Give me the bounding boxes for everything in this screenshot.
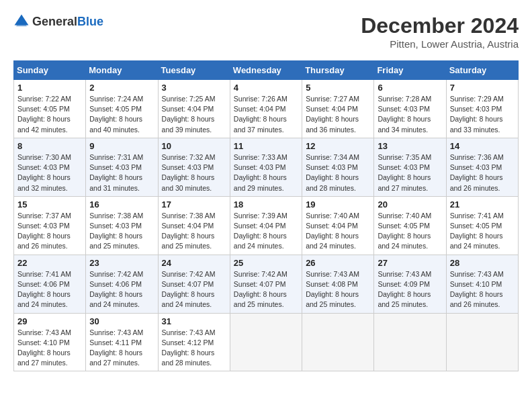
day-number: 17 bbox=[162, 199, 226, 210]
day-info: Sunrise: 7:30 AMSunset: 4:03 PMDaylight:… bbox=[17, 153, 71, 192]
calendar-row: 1 Sunrise: 7:22 AMSunset: 4:05 PMDayligh… bbox=[14, 80, 519, 138]
day-number: 16 bbox=[89, 199, 154, 210]
table-cell: 6 Sunrise: 7:28 AMSunset: 4:03 PMDayligh… bbox=[374, 80, 446, 138]
day-number: 11 bbox=[234, 141, 298, 151]
logo-icon bbox=[13, 13, 30, 30]
day-info: Sunrise: 7:39 AMSunset: 4:04 PMDaylight:… bbox=[234, 212, 287, 250]
day-info: Sunrise: 7:37 AMSunset: 4:03 PMDaylight:… bbox=[17, 212, 71, 250]
day-number: 31 bbox=[162, 316, 226, 326]
day-info: Sunrise: 7:35 AMSunset: 4:03 PMDaylight:… bbox=[378, 153, 431, 192]
day-info: Sunrise: 7:25 AMSunset: 4:04 PMDaylight:… bbox=[162, 95, 216, 134]
day-info: Sunrise: 7:26 AMSunset: 4:04 PMDaylight:… bbox=[234, 95, 287, 134]
table-cell: 25 Sunrise: 7:42 AMSunset: 4:07 PMDaylig… bbox=[230, 255, 302, 313]
table-cell: 17 Sunrise: 7:38 AMSunset: 4:04 PMDaylig… bbox=[158, 196, 230, 255]
day-info: Sunrise: 7:31 AMSunset: 4:03 PMDaylight:… bbox=[89, 153, 143, 192]
day-number: 4 bbox=[234, 83, 298, 93]
table-cell: 16 Sunrise: 7:38 AMSunset: 4:03 PMDaylig… bbox=[86, 196, 158, 255]
table-cell: 22 Sunrise: 7:41 AMSunset: 4:06 PMDaylig… bbox=[14, 255, 86, 313]
day-number: 27 bbox=[378, 258, 442, 268]
day-number: 10 bbox=[162, 141, 226, 151]
day-info: Sunrise: 7:24 AMSunset: 4:05 PMDaylight:… bbox=[89, 95, 143, 134]
day-info: Sunrise: 7:41 AMSunset: 4:05 PMDaylight:… bbox=[450, 212, 504, 250]
day-info: Sunrise: 7:22 AMSunset: 4:05 PMDaylight:… bbox=[17, 95, 71, 134]
day-number: 25 bbox=[234, 258, 298, 268]
day-number: 18 bbox=[234, 199, 298, 210]
day-number: 21 bbox=[450, 199, 515, 210]
day-number: 26 bbox=[306, 258, 370, 268]
day-number: 2 bbox=[89, 83, 154, 93]
header-tuesday: Tuesday bbox=[158, 61, 230, 80]
day-number: 20 bbox=[378, 199, 442, 210]
table-cell: 10 Sunrise: 7:32 AMSunset: 4:03 PMDaylig… bbox=[158, 138, 230, 196]
day-number: 12 bbox=[306, 141, 370, 151]
header-friday: Friday bbox=[374, 61, 446, 80]
table-cell: 24 Sunrise: 7:42 AMSunset: 4:07 PMDaylig… bbox=[158, 255, 230, 313]
calendar-row: 29 Sunrise: 7:43 AMSunset: 4:10 PMDaylig… bbox=[14, 313, 519, 371]
day-number: 14 bbox=[450, 141, 515, 151]
day-info: Sunrise: 7:29 AMSunset: 4:03 PMDaylight:… bbox=[450, 95, 504, 134]
day-number: 23 bbox=[89, 258, 154, 268]
table-cell: 26 Sunrise: 7:43 AMSunset: 4:08 PMDaylig… bbox=[302, 255, 374, 313]
day-number: 5 bbox=[306, 83, 370, 93]
header-thursday: Thursday bbox=[302, 61, 374, 80]
day-number: 24 bbox=[162, 258, 226, 268]
day-info: Sunrise: 7:42 AMSunset: 4:06 PMDaylight:… bbox=[89, 270, 143, 309]
table-cell: 11 Sunrise: 7:33 AMSunset: 4:03 PMDaylig… bbox=[230, 138, 302, 196]
day-info: Sunrise: 7:43 AMSunset: 4:10 PMDaylight:… bbox=[450, 270, 504, 309]
day-info: Sunrise: 7:38 AMSunset: 4:04 PMDaylight:… bbox=[162, 212, 216, 250]
table-cell: 21 Sunrise: 7:41 AMSunset: 4:05 PMDaylig… bbox=[446, 196, 518, 255]
day-number: 1 bbox=[17, 83, 82, 93]
day-number: 3 bbox=[162, 83, 226, 93]
day-info: Sunrise: 7:43 AMSunset: 4:11 PMDaylight:… bbox=[89, 328, 143, 367]
day-number: 7 bbox=[450, 83, 515, 93]
table-cell bbox=[446, 313, 518, 371]
day-number: 8 bbox=[17, 141, 82, 151]
month-title: December 2024 bbox=[361, 13, 519, 38]
day-info: Sunrise: 7:43 AMSunset: 4:10 PMDaylight:… bbox=[17, 328, 71, 367]
table-cell: 1 Sunrise: 7:22 AMSunset: 4:05 PMDayligh… bbox=[14, 80, 86, 138]
day-number: 9 bbox=[89, 141, 154, 151]
day-number: 29 bbox=[17, 316, 82, 326]
day-info: Sunrise: 7:42 AMSunset: 4:07 PMDaylight:… bbox=[162, 270, 216, 309]
table-cell: 12 Sunrise: 7:34 AMSunset: 4:03 PMDaylig… bbox=[302, 138, 374, 196]
table-cell: 15 Sunrise: 7:37 AMSunset: 4:03 PMDaylig… bbox=[14, 196, 86, 255]
header-sunday: Sunday bbox=[14, 61, 86, 80]
calendar-row: 15 Sunrise: 7:37 AMSunset: 4:03 PMDaylig… bbox=[14, 196, 519, 255]
day-number: 28 bbox=[450, 258, 515, 268]
day-number: 6 bbox=[378, 83, 442, 93]
weekday-header-row: Sunday Monday Tuesday Wednesday Thursday… bbox=[14, 61, 519, 80]
day-info: Sunrise: 7:40 AMSunset: 4:05 PMDaylight:… bbox=[378, 212, 431, 250]
page-header: GeneralBlue December 2024 Pitten, Lower … bbox=[13, 13, 519, 50]
table-cell: 30 Sunrise: 7:43 AMSunset: 4:11 PMDaylig… bbox=[86, 313, 158, 371]
table-cell: 19 Sunrise: 7:40 AMSunset: 4:04 PMDaylig… bbox=[302, 196, 374, 255]
table-cell bbox=[230, 313, 302, 371]
day-info: Sunrise: 7:38 AMSunset: 4:03 PMDaylight:… bbox=[89, 212, 143, 250]
calendar-row: 8 Sunrise: 7:30 AMSunset: 4:03 PMDayligh… bbox=[14, 138, 519, 196]
table-cell: 4 Sunrise: 7:26 AMSunset: 4:04 PMDayligh… bbox=[230, 80, 302, 138]
title-area: December 2024 Pitten, Lower Austria, Aus… bbox=[361, 13, 519, 50]
day-number: 13 bbox=[378, 141, 442, 151]
day-info: Sunrise: 7:33 AMSunset: 4:03 PMDaylight:… bbox=[234, 153, 287, 192]
calendar-table: Sunday Monday Tuesday Wednesday Thursday… bbox=[13, 60, 519, 371]
table-cell: 8 Sunrise: 7:30 AMSunset: 4:03 PMDayligh… bbox=[14, 138, 86, 196]
table-cell: 7 Sunrise: 7:29 AMSunset: 4:03 PMDayligh… bbox=[446, 80, 518, 138]
table-cell bbox=[374, 313, 446, 371]
table-cell bbox=[302, 313, 374, 371]
day-info: Sunrise: 7:41 AMSunset: 4:06 PMDaylight:… bbox=[17, 270, 71, 309]
day-number: 30 bbox=[89, 316, 154, 326]
day-info: Sunrise: 7:43 AMSunset: 4:12 PMDaylight:… bbox=[162, 328, 216, 367]
table-cell: 13 Sunrise: 7:35 AMSunset: 4:03 PMDaylig… bbox=[374, 138, 446, 196]
day-info: Sunrise: 7:42 AMSunset: 4:07 PMDaylight:… bbox=[234, 270, 287, 309]
table-cell: 28 Sunrise: 7:43 AMSunset: 4:10 PMDaylig… bbox=[446, 255, 518, 313]
day-number: 15 bbox=[17, 199, 82, 210]
day-info: Sunrise: 7:36 AMSunset: 4:03 PMDaylight:… bbox=[450, 153, 504, 192]
logo-text: GeneralBlue bbox=[32, 15, 103, 29]
table-cell: 9 Sunrise: 7:31 AMSunset: 4:03 PMDayligh… bbox=[86, 138, 158, 196]
header-saturday: Saturday bbox=[446, 61, 518, 80]
day-info: Sunrise: 7:43 AMSunset: 4:08 PMDaylight:… bbox=[306, 270, 359, 309]
table-cell: 2 Sunrise: 7:24 AMSunset: 4:05 PMDayligh… bbox=[86, 80, 158, 138]
logo: GeneralBlue bbox=[13, 13, 103, 30]
table-cell: 3 Sunrise: 7:25 AMSunset: 4:04 PMDayligh… bbox=[158, 80, 230, 138]
header-monday: Monday bbox=[86, 61, 158, 80]
table-cell: 5 Sunrise: 7:27 AMSunset: 4:04 PMDayligh… bbox=[302, 80, 374, 138]
